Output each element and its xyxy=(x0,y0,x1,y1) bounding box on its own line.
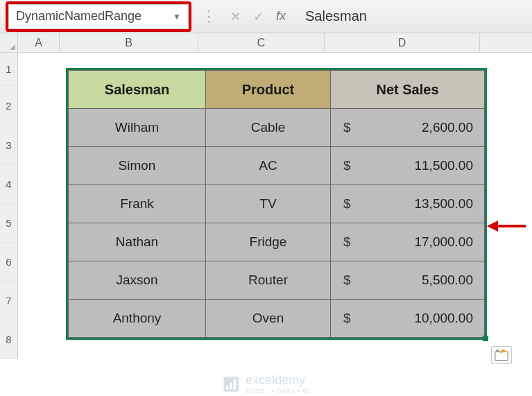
watermark: exceldemy EXCEL • DATA • BI xyxy=(222,373,310,395)
money-value: 17,000.00 xyxy=(414,234,473,250)
table-row: Anthony Oven $10,000.00 xyxy=(69,300,485,338)
svg-rect-4 xyxy=(233,379,235,389)
row-header[interactable]: 6 xyxy=(0,243,18,282)
header-product[interactable]: Product xyxy=(206,71,331,109)
currency-symbol: $ xyxy=(343,158,351,173)
currency-symbol: $ xyxy=(343,196,351,212)
table-header-row: Salesman Product Net Sales xyxy=(69,71,485,109)
table-row: Frank TV $13,500.00 xyxy=(69,185,485,223)
annotation-arrow-icon xyxy=(487,221,526,232)
currency-symbol: $ xyxy=(343,311,351,326)
column-headers: A B C D xyxy=(0,33,532,53)
header-netsales[interactable]: Net Sales xyxy=(331,71,485,109)
money-value: 5,500.00 xyxy=(422,273,473,288)
cell-salesman[interactable]: Jaxson xyxy=(69,261,206,300)
formula-controls: ✕ ✓ fx xyxy=(226,9,290,24)
worksheet: A B C D 1 2 3 4 5 6 7 8 Salesman Product… xyxy=(0,33,532,396)
name-box-highlight: DynamicNamedRange ▼ xyxy=(6,1,191,32)
formula-input[interactable]: Salesman xyxy=(295,8,526,24)
cell-product[interactable]: TV xyxy=(206,185,331,223)
cell-netsales[interactable]: $5,500.00 xyxy=(331,261,485,300)
row-header[interactable]: 3 xyxy=(0,126,18,165)
watermark-logo-icon xyxy=(222,375,240,393)
selection-handle-icon[interactable] xyxy=(483,336,488,341)
select-all-corner[interactable] xyxy=(0,33,18,52)
svg-rect-2 xyxy=(225,386,228,389)
row-header[interactable]: 1 xyxy=(0,53,18,86)
cell-salesman[interactable]: Frank xyxy=(69,185,206,223)
watermark-tagline: EXCEL • DATA • BI xyxy=(246,388,310,395)
watermark-brand: exceldemy xyxy=(246,373,305,387)
svg-rect-3 xyxy=(230,382,232,389)
currency-symbol: $ xyxy=(343,273,351,288)
cell-product[interactable]: AC xyxy=(206,147,331,185)
named-range-selection[interactable]: Salesman Product Net Sales Wilham Cable … xyxy=(66,68,487,340)
cell-netsales[interactable]: $13,500.00 xyxy=(331,185,485,223)
cell-netsales[interactable]: $10,000.00 xyxy=(331,300,485,338)
cell-netsales[interactable]: $17,000.00 xyxy=(331,223,485,261)
row-header[interactable]: 4 xyxy=(0,165,18,204)
cell-salesman[interactable]: Wilham xyxy=(69,109,206,147)
column-header-C[interactable]: C xyxy=(198,33,325,52)
cell-salesman[interactable]: Nathan xyxy=(69,223,206,261)
cancel-icon[interactable]: ✕ xyxy=(230,9,241,24)
row-header[interactable]: 2 xyxy=(0,86,18,126)
sales-table: Salesman Product Net Sales Wilham Cable … xyxy=(68,70,485,338)
table-row: Jaxson Router $5,500.00 xyxy=(69,261,485,300)
table-row: Wilham Cable $2,600.00 xyxy=(69,109,485,147)
svg-rect-1 xyxy=(223,377,239,392)
row-header[interactable]: 5 xyxy=(0,204,18,243)
column-header-A[interactable]: A xyxy=(18,33,60,52)
currency-symbol: $ xyxy=(343,120,351,135)
name-box[interactable]: DynamicNamedRange ▼ xyxy=(8,4,189,29)
money-value: 13,500.00 xyxy=(414,196,473,212)
table-row: Nathan Fridge $17,000.00 xyxy=(69,223,485,261)
currency-symbol: $ xyxy=(343,234,351,250)
name-box-value: DynamicNamedRange xyxy=(16,9,141,24)
cell-netsales[interactable]: $2,600.00 xyxy=(331,109,485,147)
cell-product[interactable]: Router xyxy=(206,261,331,300)
row-header[interactable]: 7 xyxy=(0,282,18,320)
fx-icon[interactable]: fx xyxy=(276,9,286,24)
separator-icon: ⋮ xyxy=(197,8,221,26)
chevron-down-icon[interactable]: ▼ xyxy=(173,12,181,21)
money-value: 10,000.00 xyxy=(414,311,473,326)
formula-input-value: Salesman xyxy=(305,8,367,24)
column-header-D[interactable]: D xyxy=(325,33,480,52)
enter-icon[interactable]: ✓ xyxy=(253,9,264,24)
money-value: 11,500.00 xyxy=(414,158,473,173)
table-row: Simon AC $11,500.00 xyxy=(69,147,485,185)
cell-salesman[interactable]: Anthony xyxy=(69,300,206,338)
column-header-B[interactable]: B xyxy=(60,33,198,52)
header-salesman[interactable]: Salesman xyxy=(69,71,206,109)
money-value: 2,600.00 xyxy=(422,120,473,135)
row-header[interactable]: 8 xyxy=(0,320,18,359)
cell-salesman[interactable]: Simon xyxy=(69,147,206,185)
cell-product[interactable]: Cable xyxy=(206,109,331,147)
quick-analysis-icon[interactable] xyxy=(491,346,512,364)
cell-netsales[interactable]: $11,500.00 xyxy=(331,147,485,185)
svg-rect-0 xyxy=(495,352,508,361)
formula-bar: DynamicNamedRange ▼ ⋮ ✕ ✓ fx Salesman xyxy=(0,0,532,33)
cell-product[interactable]: Fridge xyxy=(206,223,331,261)
cell-product[interactable]: Oven xyxy=(206,300,331,338)
